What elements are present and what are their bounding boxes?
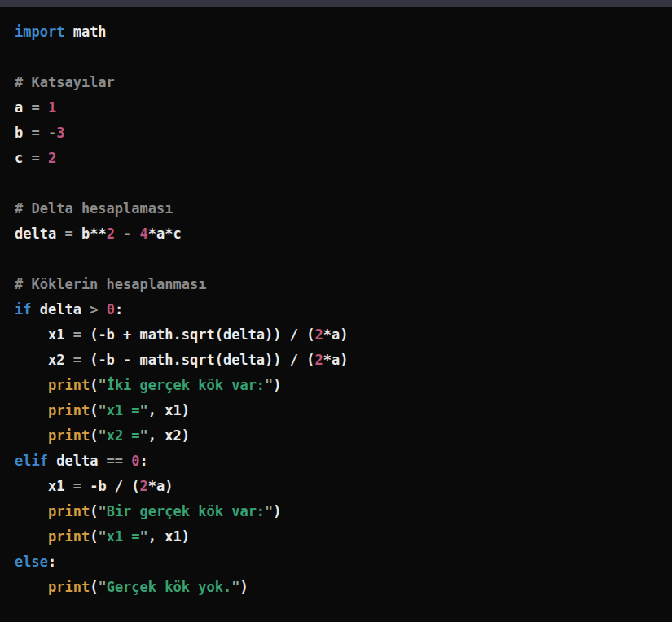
number-token: 2	[140, 478, 148, 494]
text-token: *a)	[148, 478, 173, 494]
quote-token: "	[265, 377, 273, 393]
text-token: )	[239, 579, 248, 595]
operator-token: =	[31, 99, 47, 116]
code-line[interactable]: print("Bir gerçek kök var:")	[15, 499, 664, 524]
text-token: b**	[81, 226, 107, 242]
number-token: 4	[140, 226, 148, 242]
quote-token: "	[140, 528, 148, 545]
function-name-token: print	[48, 503, 90, 519]
keyword-token: if	[15, 301, 31, 318]
code-line[interactable]: x2 = (-b - math.sqrt(delta)) / (2*a)	[15, 348, 664, 373]
text-token: (	[90, 579, 98, 595]
text-token: , x1)	[148, 528, 190, 545]
string-token: İki gerçek kök var:	[107, 377, 265, 393]
operator-token: >	[90, 301, 106, 318]
code-line[interactable]: print("x2 =", x2)	[15, 423, 664, 449]
text-token: *a*c	[148, 226, 182, 242]
text-token	[15, 528, 48, 545]
operator-token: = -	[31, 125, 56, 141]
string-token: Bir gerçek kök var:	[107, 503, 265, 519]
string-token: x1 =	[107, 402, 140, 418]
window-top-bar	[0, 0, 672, 7]
text-token	[15, 377, 48, 393]
code-line[interactable]	[15, 171, 664, 196]
code-line[interactable]: print("Gerçek kök yok.")	[15, 575, 664, 600]
text-token: (	[90, 427, 98, 444]
code-line[interactable]: # Katsayılar	[15, 70, 664, 95]
code-line[interactable]: if delta > 0:	[15, 297, 664, 322]
operator-token: =	[73, 326, 90, 343]
number-token: 0	[107, 301, 115, 318]
code-editor-area[interactable]: import math # Katsayılara = 1b = -3c = 2…	[0, 7, 672, 622]
code-line[interactable]: elif delta == 0:	[15, 449, 664, 474]
number-token: 2	[314, 326, 323, 343]
operator-token: =	[31, 150, 47, 166]
code-line[interactable]: c = 2	[15, 146, 664, 171]
text-token: delta	[31, 301, 90, 318]
comment-token: # Delta hesaplaması	[15, 200, 173, 217]
text-token: :	[48, 554, 56, 570]
keyword-token: elif	[15, 453, 48, 469]
text-token: x1	[15, 478, 73, 494]
keyword-token: import	[15, 24, 64, 40]
text-token: :	[140, 453, 148, 469]
string-token: Gerçek kök yok.	[107, 579, 232, 595]
quote-token: "	[140, 402, 148, 418]
code-line[interactable]: x1 = (-b + math.sqrt(delta)) / (2*a)	[15, 322, 664, 348]
code-line[interactable]: b = -3	[15, 120, 664, 146]
quote-token: "	[98, 503, 106, 519]
number-token: 2	[107, 226, 115, 242]
operator-token: =	[64, 226, 81, 242]
text-token: a	[15, 99, 31, 116]
quote-token: "	[231, 579, 239, 595]
text-token: , x1)	[148, 402, 190, 418]
number-token: 1	[48, 99, 56, 116]
text-token: (	[90, 402, 98, 418]
code-line[interactable]: import math	[15, 20, 664, 45]
code-line[interactable]: print("x1 =", x1)	[15, 524, 664, 550]
text-token	[15, 402, 48, 418]
text-token	[15, 579, 48, 595]
text-token: (-b - math.sqrt(delta)) / (	[90, 352, 314, 368]
operator-token: ==	[107, 453, 132, 469]
code-line[interactable]: delta = b**2 - 4*a*c	[15, 221, 664, 247]
number-token: 2	[48, 150, 56, 166]
function-name-token: print	[48, 579, 90, 595]
text-token: *a)	[323, 352, 349, 368]
code-line[interactable]: x1 = -b / (2*a)	[15, 474, 664, 499]
code-line[interactable]: print("x1 =", x1)	[15, 398, 664, 423]
text-token: c	[15, 150, 31, 166]
keyword-token: else	[15, 554, 48, 570]
quote-token: "	[98, 402, 106, 418]
code-line[interactable]: # Delta hesaplaması	[15, 196, 664, 221]
text-token: math	[64, 24, 106, 40]
quote-token: "	[98, 377, 106, 393]
text-token: delta	[15, 226, 64, 242]
comment-token: # Köklerin hesaplanması	[15, 276, 206, 292]
quote-token: "	[98, 579, 106, 595]
code-line[interactable]: # Köklerin hesaplanması	[15, 272, 664, 297]
quote-token: "	[98, 528, 106, 545]
text-token	[15, 427, 48, 444]
text-token: (	[90, 528, 98, 545]
code-line[interactable]: a = 1	[15, 95, 664, 120]
number-token: 0	[131, 453, 139, 469]
operator-token: =	[73, 352, 90, 368]
text-token: )	[273, 503, 281, 519]
text-token: *a)	[323, 326, 349, 343]
text-token: , x2)	[148, 427, 190, 444]
text-token: b	[15, 125, 31, 141]
code-line[interactable]	[15, 45, 664, 70]
text-token: delta	[48, 453, 107, 469]
text-token	[15, 503, 48, 519]
text-token: -b / (	[90, 478, 139, 494]
string-token: x1 =	[107, 528, 140, 545]
text-token: :	[115, 301, 123, 318]
text-token: (-b + math.sqrt(delta)) / (	[90, 326, 314, 343]
string-token: x2 =	[107, 427, 140, 444]
code-line[interactable]	[15, 247, 664, 272]
function-name-token: print	[48, 377, 90, 393]
text-token: (	[90, 377, 98, 393]
code-line[interactable]: print("İki gerçek kök var:")	[15, 373, 664, 398]
code-line[interactable]: else:	[15, 550, 664, 575]
